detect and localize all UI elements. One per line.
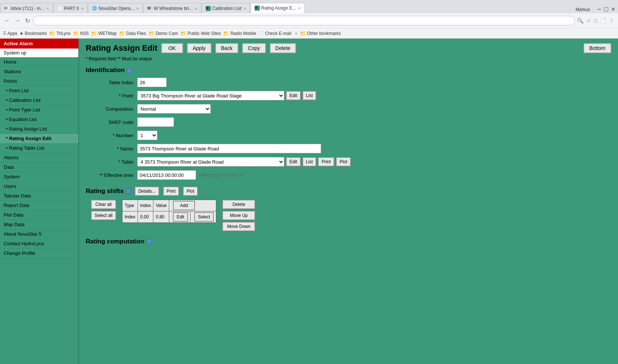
sidebar-active-alarm[interactable]: Active Alarm (0, 39, 78, 49)
shef-code-input[interactable] (137, 117, 174, 127)
tab-close-rating[interactable]: × (298, 6, 300, 10)
bookmarks-star[interactable]: ★ Bookmarks (19, 31, 47, 36)
name-label: * Name: (86, 146, 137, 151)
address-bar-row: ← → ↻ novaweb.ci.loveland.co.us/NovaStar… (0, 13, 618, 28)
bookmarks-more[interactable]: » (295, 31, 298, 36)
sidebar-item-rating-assign-edit[interactable]: * Rating Assign Edit (0, 134, 78, 143)
close-button[interactable]: × (611, 6, 615, 13)
sidebar-item-plot-data[interactable]: Plot Data (0, 210, 78, 220)
tab-gmail[interactable]: ✉ Inbox (711) - m... × (0, 3, 53, 13)
bookmarks-publicweb[interactable]: 📁Public Web Sites (180, 31, 221, 36)
bookmarks-wetmap[interactable]: 📁WETMap (91, 31, 117, 36)
sidebar-item-alarms[interactable]: Alarms (0, 153, 78, 163)
effective-time-hint: MM/dd/yyyy HH:mm:ss (199, 172, 244, 178)
shifts-row-edit-cell: Edit (169, 211, 191, 223)
apply-button[interactable]: Apply (187, 43, 212, 53)
details-button[interactable]: Details... (135, 186, 159, 196)
tab-wheatstone[interactable]: W W Wheatstone bri... × (143, 3, 201, 13)
tab-rating-assign[interactable]: ✱ Rating Assign E... × (251, 3, 305, 13)
sidebar-item-map-data[interactable]: Map Data (0, 220, 78, 229)
point-list-button[interactable]: List (302, 91, 317, 100)
sidebar-item-users[interactable]: Users (0, 182, 78, 191)
sidebar-item-tabular-data[interactable]: Tabular Data (0, 191, 78, 201)
maximize-button[interactable]: □ (604, 6, 608, 13)
menu-icon[interactable]: ⋮ (608, 17, 615, 24)
computation-select[interactable]: Normal Reversed Shifted (137, 104, 211, 114)
table-plot-button[interactable]: Plot (336, 157, 351, 167)
pdf-icon[interactable]: 📄 (599, 17, 607, 24)
forward-nav-button[interactable]: → (13, 16, 22, 25)
search-icon[interactable]: 🔍 (576, 17, 584, 24)
address-input[interactable]: novaweb.ci.loveland.co.us/NovaStar5/rati… (33, 16, 575, 25)
table-index-input[interactable] (137, 78, 167, 87)
shifts-table-header-row: Type Index Value Add (122, 200, 216, 211)
table-edit-button[interactable]: Edit (286, 157, 301, 167)
point-edit-button[interactable]: Edit (286, 91, 301, 100)
table-print-button[interactable]: Print (318, 157, 334, 167)
sidebar-item-about[interactable]: About NovaStar 5 (0, 229, 78, 239)
shifts-print-button[interactable]: Print (163, 186, 180, 196)
minimize-button[interactable]: − (597, 6, 601, 13)
shifts-table-container: Type Index Value Add Index 0.00 0.80 (122, 200, 217, 223)
move-down-button[interactable]: Move Down (222, 222, 255, 231)
sidebar-item-calibration-list[interactable]: • Calibration List (0, 96, 78, 105)
bookmark-star-icon[interactable]: ☆ (586, 17, 592, 24)
bookmarks-democam[interactable]: 📁Demo Cam (148, 31, 178, 36)
shifts-plot-button[interactable]: Plot (183, 186, 198, 196)
tab-close-gmail[interactable]: × (46, 6, 49, 11)
sidebar-item-points[interactable]: Points (0, 76, 78, 86)
bookmarks-apps[interactable]: ⠿ Apps (3, 31, 17, 36)
tab-close-part2[interactable]: × (81, 6, 84, 11)
bookmarks-radiomobile[interactable]: 📁Radio Mobile (223, 31, 256, 36)
sidebar-item-point-list[interactable]: • Point List (0, 86, 78, 96)
back-button[interactable]: Back (215, 43, 238, 53)
shifts-edit-button[interactable]: Edit (173, 212, 188, 222)
sidebar-item-system[interactable]: System (0, 172, 78, 182)
name-input[interactable] (137, 144, 321, 153)
clear-all-button[interactable]: Clear all (91, 200, 116, 209)
sidebar-item-change-profile[interactable]: Change Profile (0, 249, 78, 258)
sidebar-item-contact[interactable]: Contact HydroLynx (0, 239, 78, 249)
select-all-button[interactable]: Select all (91, 211, 116, 220)
extension-icon[interactable]: □ (593, 17, 598, 24)
tab-favicon-novastar: 🌐 (92, 6, 97, 11)
shifts-row-actions: Delete Move Up Move Down (221, 200, 255, 231)
delete-button[interactable]: Delete (270, 43, 296, 53)
table-list-button[interactable]: List (302, 157, 317, 167)
sidebar-item-rating-assign-list[interactable]: • Rating Assign List (0, 124, 78, 134)
tab-part2[interactable]: 📄 PART II × (53, 3, 88, 13)
bookmarks-trilynx[interactable]: 📁TriLynx (49, 31, 70, 36)
bookmarks-checkemail[interactable]: 📄 Check E-mail (258, 31, 291, 36)
sidebar-item-point-type-list[interactable]: • Point Type List (0, 105, 78, 115)
ok-button[interactable]: OK (161, 43, 183, 53)
sidebar-item-report-data[interactable]: Report Data (0, 201, 78, 210)
point-select[interactable]: 3573 Big Thompson River at Glade Road St… (137, 91, 284, 100)
sidebar-item-stations[interactable]: Stations (0, 67, 78, 76)
shifts-row-index: 0.00 (138, 211, 153, 223)
table-select[interactable]: 4 3573 Thompson River at Glade Road (137, 157, 284, 167)
number-select[interactable]: 1 2 3 (137, 131, 157, 140)
sidebar-item-home[interactable]: Home (0, 57, 78, 67)
sidebar-item-rating-table-list[interactable]: • Rating Table List (0, 143, 78, 153)
shifts-select-button[interactable]: Select (194, 212, 214, 222)
bottom-button[interactable]: Bottom (583, 43, 611, 53)
tab-calibration[interactable]: ✱ Calibration List × (202, 3, 250, 13)
effective-time-input[interactable] (137, 170, 196, 180)
tab-close-wheatstone[interactable]: × (195, 6, 197, 11)
reload-button[interactable]: ↻ (24, 16, 31, 26)
bookmarks-other[interactable]: 📁Other bookmarks (300, 31, 341, 36)
move-up-button[interactable]: Move Up (222, 211, 255, 220)
sidebar-item-equation-list[interactable]: • Equation List (0, 115, 78, 124)
address-icons: 🔍 ☆ □ 📄 ⋮ (576, 17, 615, 24)
sidebar-item-data[interactable]: Data (0, 163, 78, 172)
bookmarks-datafiles[interactable]: 📁Data Files (119, 31, 146, 36)
tab-close-novastar[interactable]: × (136, 6, 139, 11)
copy-button[interactable]: Copy (242, 43, 266, 53)
tab-close-calibration[interactable]: × (244, 6, 246, 11)
add-button[interactable]: Add (173, 201, 195, 210)
shifts-delete-button[interactable]: Delete (222, 200, 255, 209)
back-nav-button[interactable]: ← (3, 16, 12, 25)
bookmarks-ns5[interactable]: 📁NS5 (73, 31, 89, 36)
tab-novastar[interactable]: 🌐 NovaStar Opera... × (88, 3, 143, 13)
content-area: Rating Assign Edit OK Apply Back Copy De… (79, 39, 618, 364)
